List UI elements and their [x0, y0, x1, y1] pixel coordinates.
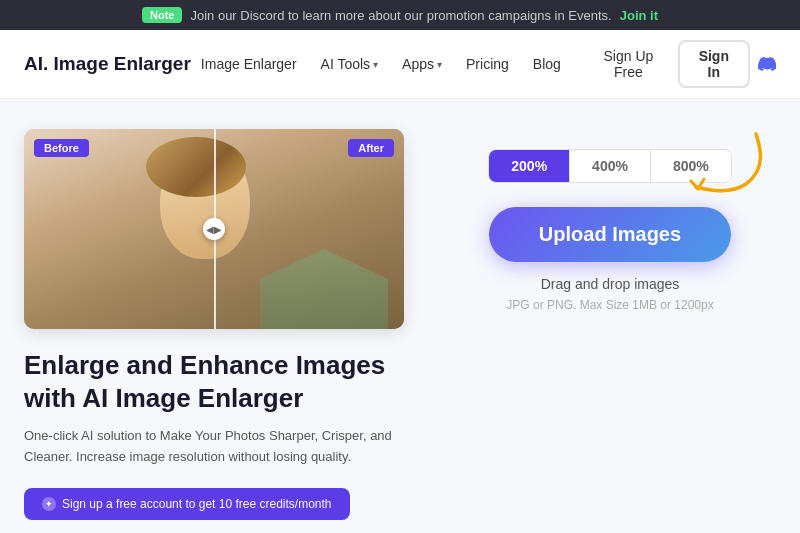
- right-section: 200% 400% 800% Upload Images Drag and dr…: [444, 129, 776, 312]
- format-info-text: JPG or PNG. Max Size 1MB or 1200px: [506, 298, 713, 312]
- discord-icon[interactable]: [758, 52, 776, 76]
- nav-pricing[interactable]: Pricing: [456, 50, 519, 78]
- image-compare: ◀▶ Before After: [24, 129, 404, 329]
- cta-button[interactable]: ✦ Sign up a free account to get 10 free …: [24, 488, 350, 520]
- upload-images-button[interactable]: Upload Images: [489, 207, 731, 262]
- nav-ai-tools[interactable]: AI Tools ▾: [311, 50, 389, 78]
- drag-drop-text: Drag and drop images: [541, 276, 680, 292]
- after-badge: After: [348, 139, 394, 157]
- join-link[interactable]: Join it: [620, 8, 658, 23]
- nav-apps[interactable]: Apps ▾: [392, 50, 452, 78]
- before-badge: Before: [34, 139, 89, 157]
- chevron-down-icon: ▾: [373, 59, 378, 70]
- doodle-arrow-icon: [676, 129, 776, 209]
- nav-blog[interactable]: Blog: [523, 50, 571, 78]
- signin-button[interactable]: Sign In: [678, 40, 750, 88]
- nav-links: Image Enlarger AI Tools ▾ Apps ▾ Pricing…: [191, 50, 571, 78]
- note-badge: Note: [142, 7, 182, 23]
- announcement-text: Join our Discord to learn more about our…: [190, 8, 611, 23]
- nav-image-enlarger[interactable]: Image Enlarger: [191, 50, 307, 78]
- scale-200-button[interactable]: 200%: [489, 150, 570, 182]
- main-content: ◀▶ Before After Enlarge and Enhance Imag…: [0, 99, 800, 533]
- signup-button[interactable]: Sign Up Free: [583, 41, 674, 87]
- divider-handle[interactable]: ◀▶: [203, 218, 225, 240]
- navbar: AI. Image Enlarger Image Enlarger AI Too…: [0, 30, 800, 99]
- scale-400-button[interactable]: 400%: [570, 150, 651, 182]
- hero-description: One-click AI solution to Make Your Photo…: [24, 426, 404, 468]
- hero-title: Enlarge and Enhance Images with AI Image…: [24, 349, 404, 414]
- announcement-bar: Note Join our Discord to learn more abou…: [0, 0, 800, 30]
- logo[interactable]: AI. Image Enlarger: [24, 53, 191, 75]
- left-section: ◀▶ Before After Enlarge and Enhance Imag…: [24, 129, 404, 520]
- chevron-down-icon: ▾: [437, 59, 442, 70]
- cta-icon: ✦: [42, 497, 56, 511]
